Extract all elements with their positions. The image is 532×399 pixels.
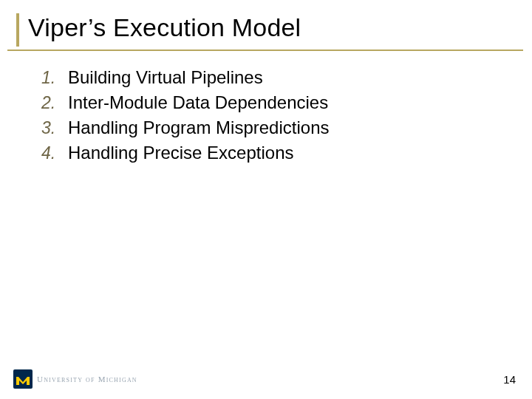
list-number: 1. <box>41 68 68 88</box>
university-logo: University of Michigan <box>13 369 137 389</box>
list-text: Handling Program Mispredictions <box>68 117 329 138</box>
numbered-list: 1. Building Virtual Pipelines 2. Inter-M… <box>41 67 516 163</box>
list-text: Building Virtual Pipelines <box>68 67 263 88</box>
slide-title: Viper’s Execution Model <box>28 13 516 47</box>
title-block: Viper’s Execution Model <box>16 13 516 47</box>
list-item: 2. Inter-Module Data Dependencies <box>41 92 516 113</box>
list-text: Inter-Module Data Dependencies <box>68 92 328 113</box>
page-number: 14 <box>503 373 516 386</box>
slide: Viper’s Execution Model 1. Building Virt… <box>0 0 532 399</box>
block-m-icon <box>13 369 33 389</box>
list-item: 4. Handling Precise Exceptions <box>41 143 516 163</box>
list-number: 3. <box>41 118 68 138</box>
list-number: 2. <box>41 93 68 113</box>
logo-text: University of Michigan <box>37 375 137 383</box>
list-text: Handling Precise Exceptions <box>68 143 294 163</box>
title-underline <box>7 50 523 51</box>
list-item: 1. Building Virtual Pipelines <box>41 67 516 88</box>
list-item: 3. Handling Program Mispredictions <box>41 117 516 138</box>
list-number: 4. <box>41 143 68 163</box>
footer: University of Michigan 14 <box>13 369 516 389</box>
